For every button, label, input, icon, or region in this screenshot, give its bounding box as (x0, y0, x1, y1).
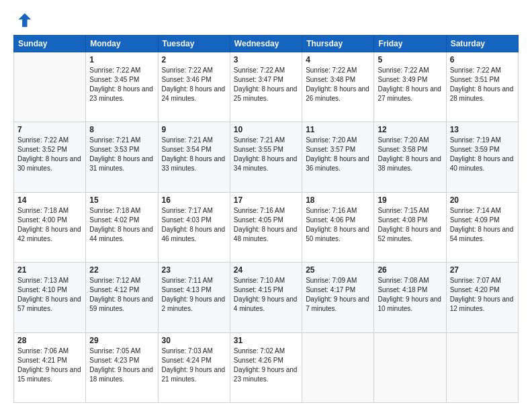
day-number: 12 (378, 125, 442, 134)
calendar-cell: 24Sunrise: 7:10 AMSunset: 4:15 PMDayligh… (230, 263, 302, 332)
day-number: 15 (89, 195, 154, 205)
calendar-cell: 26Sunrise: 7:08 AMSunset: 4:18 PMDayligh… (374, 263, 446, 332)
calendar-cell: 6Sunrise: 7:22 AMSunset: 3:51 PMDaylight… (446, 52, 518, 122)
calendar-cell: 1Sunrise: 7:22 AMSunset: 3:45 PMDaylight… (86, 52, 158, 122)
calendar-week-row: 7Sunrise: 7:22 AMSunset: 3:52 PMDaylight… (14, 122, 519, 192)
day-info: Sunrise: 7:21 AMSunset: 3:53 PMDaylight:… (89, 136, 154, 173)
day-number: 7 (17, 125, 82, 134)
calendar-week-row: 21Sunrise: 7:13 AMSunset: 4:10 PMDayligh… (14, 263, 519, 332)
calendar-cell: 20Sunrise: 7:14 AMSunset: 4:09 PMDayligh… (446, 192, 518, 262)
day-number: 29 (89, 336, 154, 345)
calendar-cell (302, 332, 374, 402)
day-number: 20 (450, 195, 515, 205)
day-number: 3 (234, 55, 298, 64)
page: SundayMondayTuesdayWednesdayThursdayFrid… (0, 0, 532, 411)
day-info: Sunrise: 7:22 AMSunset: 3:47 PMDaylight:… (234, 66, 298, 103)
column-header-wednesday: Wednesday (230, 36, 302, 52)
day-info: Sunrise: 7:08 AMSunset: 4:18 PMDaylight:… (378, 276, 442, 314)
day-info: Sunrise: 7:21 AMSunset: 3:54 PMDaylight:… (162, 136, 226, 173)
calendar-cell: 30Sunrise: 7:03 AMSunset: 4:24 PMDayligh… (158, 332, 230, 402)
day-info: Sunrise: 7:14 AMSunset: 4:09 PMDaylight:… (450, 206, 515, 244)
day-number: 22 (89, 265, 154, 275)
calendar-cell (446, 332, 518, 402)
calendar-cell: 31Sunrise: 7:02 AMSunset: 4:26 PMDayligh… (230, 332, 302, 402)
column-header-tuesday: Tuesday (158, 36, 230, 52)
day-number: 24 (234, 265, 298, 275)
day-info: Sunrise: 7:22 AMSunset: 3:48 PMDaylight:… (306, 66, 370, 103)
day-number: 10 (234, 125, 298, 134)
day-number: 4 (306, 55, 370, 64)
day-info: Sunrise: 7:21 AMSunset: 3:55 PMDaylight:… (234, 136, 298, 173)
calendar-cell: 11Sunrise: 7:20 AMSunset: 3:57 PMDayligh… (302, 122, 374, 192)
day-number: 17 (234, 195, 298, 205)
day-info: Sunrise: 7:16 AMSunset: 4:06 PMDaylight:… (306, 206, 370, 244)
column-header-sunday: Sunday (14, 36, 86, 52)
calendar-cell: 14Sunrise: 7:18 AMSunset: 4:00 PMDayligh… (14, 192, 86, 262)
day-info: Sunrise: 7:20 AMSunset: 3:58 PMDaylight:… (378, 136, 442, 173)
day-info: Sunrise: 7:18 AMSunset: 4:02 PMDaylight:… (89, 206, 154, 244)
calendar-cell: 16Sunrise: 7:17 AMSunset: 4:03 PMDayligh… (158, 192, 230, 262)
day-number: 31 (234, 336, 298, 345)
calendar-table: SundayMondayTuesdayWednesdayThursdayFrid… (13, 35, 519, 403)
day-info: Sunrise: 7:22 AMSunset: 3:45 PMDaylight:… (89, 66, 154, 103)
day-number: 13 (450, 125, 515, 134)
day-info: Sunrise: 7:07 AMSunset: 4:20 PMDaylight:… (450, 276, 515, 314)
calendar-cell: 27Sunrise: 7:07 AMSunset: 4:20 PMDayligh… (446, 263, 518, 332)
day-info: Sunrise: 7:22 AMSunset: 3:46 PMDaylight:… (162, 66, 226, 103)
calendar-week-row: 28Sunrise: 7:06 AMSunset: 4:21 PMDayligh… (14, 332, 519, 402)
day-number: 21 (17, 265, 82, 275)
calendar-cell: 15Sunrise: 7:18 AMSunset: 4:02 PMDayligh… (86, 192, 158, 262)
day-info: Sunrise: 7:22 AMSunset: 3:51 PMDaylight:… (450, 66, 515, 103)
calendar-cell (14, 52, 86, 122)
calendar-cell: 10Sunrise: 7:21 AMSunset: 3:55 PMDayligh… (230, 122, 302, 192)
day-number: 26 (378, 265, 442, 275)
day-info: Sunrise: 7:10 AMSunset: 4:15 PMDaylight:… (234, 276, 298, 314)
day-info: Sunrise: 7:12 AMSunset: 4:12 PMDaylight:… (89, 276, 154, 314)
calendar-cell: 29Sunrise: 7:05 AMSunset: 4:23 PMDayligh… (86, 332, 158, 402)
day-number: 11 (306, 125, 370, 134)
day-info: Sunrise: 7:13 AMSunset: 4:10 PMDaylight:… (17, 276, 82, 314)
column-header-friday: Friday (374, 36, 446, 52)
day-number: 28 (17, 336, 82, 345)
calendar-cell: 28Sunrise: 7:06 AMSunset: 4:21 PMDayligh… (14, 332, 86, 402)
calendar-cell: 21Sunrise: 7:13 AMSunset: 4:10 PMDayligh… (14, 263, 86, 332)
calendar-header-row: SundayMondayTuesdayWednesdayThursdayFrid… (14, 36, 519, 52)
logo (13, 11, 35, 30)
day-number: 18 (306, 195, 370, 205)
calendar-cell: 17Sunrise: 7:16 AMSunset: 4:05 PMDayligh… (230, 192, 302, 262)
day-number: 16 (162, 195, 226, 205)
day-info: Sunrise: 7:15 AMSunset: 4:08 PMDaylight:… (378, 206, 442, 244)
calendar-cell: 22Sunrise: 7:12 AMSunset: 4:12 PMDayligh… (86, 263, 158, 332)
calendar-cell: 18Sunrise: 7:16 AMSunset: 4:06 PMDayligh… (302, 192, 374, 262)
calendar-cell: 5Sunrise: 7:22 AMSunset: 3:49 PMDaylight… (374, 52, 446, 122)
column-header-saturday: Saturday (446, 36, 518, 52)
column-header-monday: Monday (86, 36, 158, 52)
calendar-cell: 8Sunrise: 7:21 AMSunset: 3:53 PMDaylight… (86, 122, 158, 192)
day-number: 14 (17, 195, 82, 205)
calendar-cell: 4Sunrise: 7:22 AMSunset: 3:48 PMDaylight… (302, 52, 374, 122)
day-info: Sunrise: 7:09 AMSunset: 4:17 PMDaylight:… (306, 276, 370, 314)
calendar-cell: 25Sunrise: 7:09 AMSunset: 4:17 PMDayligh… (302, 263, 374, 332)
day-info: Sunrise: 7:05 AMSunset: 4:23 PMDaylight:… (89, 347, 154, 384)
day-info: Sunrise: 7:02 AMSunset: 4:26 PMDaylight:… (234, 347, 298, 384)
day-info: Sunrise: 7:22 AMSunset: 3:49 PMDaylight:… (378, 66, 442, 103)
calendar-cell: 19Sunrise: 7:15 AMSunset: 4:08 PMDayligh… (374, 192, 446, 262)
day-number: 8 (89, 125, 154, 134)
logo-icon (13, 11, 32, 30)
calendar-week-row: 1Sunrise: 7:22 AMSunset: 3:45 PMDaylight… (14, 52, 519, 122)
day-info: Sunrise: 7:06 AMSunset: 4:21 PMDaylight:… (17, 347, 82, 384)
day-info: Sunrise: 7:18 AMSunset: 4:00 PMDaylight:… (17, 206, 82, 244)
calendar-cell: 12Sunrise: 7:20 AMSunset: 3:58 PMDayligh… (374, 122, 446, 192)
calendar-week-row: 14Sunrise: 7:18 AMSunset: 4:00 PMDayligh… (14, 192, 519, 262)
day-number: 1 (89, 55, 154, 64)
day-info: Sunrise: 7:19 AMSunset: 3:59 PMDaylight:… (450, 136, 515, 173)
day-number: 23 (162, 265, 226, 275)
calendar-cell: 13Sunrise: 7:19 AMSunset: 3:59 PMDayligh… (446, 122, 518, 192)
svg-marker-0 (18, 13, 31, 28)
calendar-cell (374, 332, 446, 402)
day-info: Sunrise: 7:22 AMSunset: 3:52 PMDaylight:… (17, 136, 82, 173)
calendar-cell: 23Sunrise: 7:11 AMSunset: 4:13 PMDayligh… (158, 263, 230, 332)
calendar-cell: 2Sunrise: 7:22 AMSunset: 3:46 PMDaylight… (158, 52, 230, 122)
calendar-cell: 9Sunrise: 7:21 AMSunset: 3:54 PMDaylight… (158, 122, 230, 192)
day-info: Sunrise: 7:20 AMSunset: 3:57 PMDaylight:… (306, 136, 370, 173)
